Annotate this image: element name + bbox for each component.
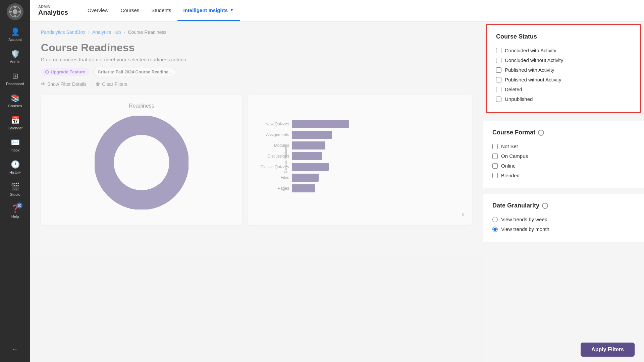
top-nav: ADMIN Analytics Overview Courses Student…: [30, 0, 644, 21]
bar-row-pages: Pages: [289, 184, 464, 192]
history-icon: 🕐: [11, 160, 20, 169]
view-by-week-radio[interactable]: [492, 217, 498, 222]
unpublished-checkbox[interactable]: [496, 97, 501, 102]
published-with-activity-checkbox[interactable]: [496, 67, 501, 73]
filters-row: ⬡ Upgrade Feature Criteria: Fall 2024 Co…: [41, 68, 472, 76]
unpublished-label: Unpublished: [505, 96, 533, 102]
breadcrumb-pandalytics[interactable]: Pandalytics SandBox: [41, 29, 85, 35]
filter-option-published-with-activity[interactable]: Published with Activity: [496, 65, 631, 75]
sidebar-item-studio[interactable]: 🎬 Studio: [0, 178, 30, 200]
eye-icon: 👁: [41, 81, 46, 87]
sidebar-item-account[interactable]: 👤 Account: [0, 23, 30, 46]
sidebar-item-courses-label: Courses: [8, 104, 22, 108]
bar-rows: New Quizzes Assignments Modules: [256, 103, 464, 209]
bar-label: Files: [256, 175, 289, 180]
nav-link-students[interactable]: Students: [145, 0, 177, 21]
main-wrapper: ADMIN Analytics Overview Courses Student…: [30, 0, 644, 362]
filter-option-published-without-activity[interactable]: Published without Activity: [496, 75, 631, 84]
not-set-label: Not Set: [501, 143, 518, 149]
view-by-month-label: View trends by month: [501, 226, 549, 232]
readiness-chart-title: Readiness: [129, 103, 154, 109]
concluded-with-activity-label: Concluded with Activity: [505, 48, 556, 53]
sidebar-item-dashboard-label: Dashboard: [6, 82, 24, 86]
bar-chart: Canvas Feature New Quizzes Assignments: [256, 103, 464, 217]
bar-label: Modules: [256, 143, 289, 148]
bar-row-classic-quizzes: Classic Quizzes: [289, 163, 464, 171]
sidebar-item-help[interactable]: ❓ 10 Help: [0, 200, 30, 223]
not-set-checkbox[interactable]: [492, 144, 498, 149]
show-filter-label: Show Filter Details: [47, 81, 87, 87]
breadcrumb-sep-1: ›: [88, 29, 90, 35]
bar-label: Pages: [256, 186, 289, 191]
svg-point-3: [14, 15, 16, 17]
apply-filters-button[interactable]: Apply Filters: [581, 343, 635, 357]
sidebar-item-admin[interactable]: 🛡️ Admin: [0, 46, 30, 68]
filter-option-on-campus[interactable]: On Campus: [492, 151, 635, 161]
svg-point-4: [10, 11, 12, 12]
sidebar-collapse-button[interactable]: ←: [12, 340, 18, 359]
sidebar-item-inbox[interactable]: ✉️ Inbox: [0, 134, 30, 156]
clear-filters-link[interactable]: 🗑 Clear Filters: [96, 81, 127, 87]
app-name: Analytics: [38, 9, 68, 16]
trash-icon: 🗑: [96, 81, 100, 87]
page-subtitle: Data on courses that do not meet your se…: [41, 57, 472, 62]
breadcrumb-analytics-hub[interactable]: Analytics Hub: [92, 29, 121, 35]
filter-option-not-set[interactable]: Not Set: [492, 141, 635, 151]
section-divider-2: [483, 189, 644, 194]
criteria-badge[interactable]: Criteria: Fall 2024 Course Readine...: [93, 68, 176, 76]
sidebar-item-history[interactable]: 🕐 History: [0, 156, 30, 178]
x-axis-zero: 0: [462, 212, 464, 217]
sidebar-logo: [7, 3, 23, 20]
blended-checkbox[interactable]: [492, 173, 498, 178]
published-without-activity-checkbox[interactable]: [496, 77, 501, 82]
filter-option-online[interactable]: Online: [492, 161, 635, 171]
admin-icon: 🛡️: [11, 50, 20, 58]
sidebar-item-inbox-label: Inbox: [11, 148, 20, 152]
bar-fill: [292, 152, 322, 160]
show-filter-details-link[interactable]: 👁 Show Filter Details: [41, 81, 87, 87]
bar-fill: [292, 163, 329, 171]
canvas-feature-y-label: Canvas Feature: [283, 147, 287, 173]
clear-filter-label: Clear Filters: [102, 81, 127, 87]
filter-option-blended[interactable]: Blended: [492, 171, 635, 180]
bar-label: Classic Quizzes: [256, 165, 289, 169]
filter-option-view-by-week[interactable]: View trends by week: [492, 215, 635, 224]
view-by-month-radio[interactable]: [492, 227, 498, 232]
nav-link-overview[interactable]: Overview: [82, 0, 115, 21]
bar-fill: [292, 131, 332, 139]
breadcrumb-sep-2: ›: [124, 29, 125, 35]
deleted-checkbox[interactable]: [496, 87, 501, 92]
course-format-section: Course Format i Not Set On Campus Online: [483, 121, 644, 188]
concluded-with-activity-checkbox[interactable]: [496, 48, 501, 53]
svg-point-2: [14, 7, 16, 8]
course-format-info-icon[interactable]: i: [538, 130, 544, 136]
on-campus-checkbox[interactable]: [492, 154, 498, 159]
account-icon: 👤: [11, 27, 20, 36]
filter-option-concluded-with-activity[interactable]: Concluded with Activity: [496, 46, 631, 55]
nav-link-intelligent-insights[interactable]: Intelligent Insights ▼: [177, 0, 240, 21]
course-format-title: Course Format i: [492, 129, 635, 136]
bar-row-assignments: Assignments: [289, 131, 464, 139]
sidebar-item-dashboard[interactable]: ⊞ Dashboard: [0, 68, 30, 90]
concluded-without-activity-label: Concluded without Activity: [505, 57, 563, 63]
page-content: Pandalytics SandBox › Analytics Hub › Co…: [30, 21, 483, 362]
studio-icon: 🎬: [11, 182, 20, 191]
on-campus-label: On Campus: [501, 153, 528, 159]
charts-row: Readiness Canvas Feature Ne: [41, 95, 472, 225]
date-granularity-info-icon[interactable]: i: [542, 203, 548, 209]
filter-option-view-by-month[interactable]: View trends by month: [492, 224, 635, 234]
filter-option-unpublished[interactable]: Unpublished: [496, 94, 631, 104]
published-with-activity-label: Published with Activity: [505, 67, 554, 73]
published-without-activity-label: Published without Activity: [505, 77, 561, 82]
nav-link-courses[interactable]: Courses: [114, 0, 145, 21]
view-by-week-label: View trends by week: [501, 217, 547, 222]
concluded-without-activity-checkbox[interactable]: [496, 58, 501, 63]
upgrade-badge[interactable]: ⬡ Upgrade Feature: [41, 68, 89, 76]
sidebar-item-calendar[interactable]: 📅 Calendar: [0, 112, 30, 134]
breadcrumb: Pandalytics SandBox › Analytics Hub › Co…: [41, 29, 472, 35]
course-status-section: Course Status Concluded with Activity Co…: [486, 24, 641, 113]
online-checkbox[interactable]: [492, 163, 498, 169]
filter-option-deleted[interactable]: Deleted: [496, 84, 631, 94]
sidebar-item-courses[interactable]: 📚 Courses: [0, 90, 30, 112]
filter-option-concluded-without-activity[interactable]: Concluded without Activity: [496, 55, 631, 65]
